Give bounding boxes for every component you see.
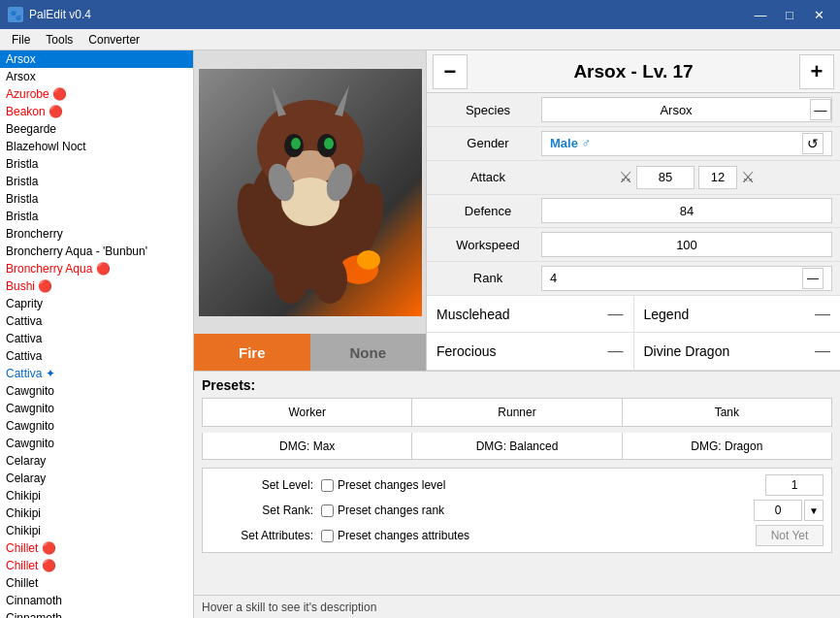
menu-converter[interactable]: Converter [81,31,147,49]
set-rank-label: Set Rank: [210,504,317,517]
skill-musclehead-name: Musclehead [436,307,510,322]
attack-icon-left: ⚔ [619,168,632,186]
sidebar-item-bristla-1[interactable]: Bristla [0,155,193,173]
menu-tools[interactable]: Tools [38,31,81,49]
sidebar-item-cawgnito-1[interactable]: Cawgnito [0,382,193,400]
sidebar-item-beegarde[interactable]: Beegarde [0,120,193,138]
sidebar-item-arsox-2[interactable]: Arsox [0,68,193,85]
sidebar-item-chillet-3[interactable]: Chillet [0,574,193,592]
set-attributes-checkbox[interactable] [321,530,334,542]
svg-point-15 [312,255,347,304]
sidebar-item-azurobe[interactable]: Azurobe 🔴 [0,85,193,103]
set-rank-check-label: Preset changes rank [338,504,444,517]
sidebar-item-cawgnito-3[interactable]: Cawgnito [0,417,193,435]
set-rank-dropdown-button[interactable]: ▼ [804,500,824,521]
sidebar-item-chikipi-1[interactable]: Chikipi [0,487,193,504]
sidebar-item-caprity[interactable]: Caprity [0,295,193,312]
set-level-input[interactable] [765,474,824,496]
skill-divine-dragon-remove-btn[interactable]: — [815,342,830,360]
rank-row: Rank 4 — [427,262,840,296]
sidebar-item-chikipi-3[interactable]: Chikipi [0,522,193,539]
set-level-checkbox[interactable] [321,479,334,492]
sidebar-item-cattiva-3[interactable]: Cattiva [0,347,193,365]
set-level-label: Set Level: [210,478,317,492]
sidebar-item-cawgnito-2[interactable]: Cawgnito [0,400,193,417]
sidebar-item-celaray-2[interactable]: Celaray [0,470,193,487]
set-attributes-check-label: Preset changes attributes [338,529,469,542]
stats-panel: − Arsox - Lv. 17 + Species Arsox — [427,50,840,371]
menu-bar: File Tools Converter [0,29,840,50]
sidebar-item-bristla-2[interactable]: Bristla [0,173,193,190]
rank-decrease-button[interactable]: — [802,268,824,289]
skill-musclehead-remove-btn[interactable]: — [608,306,624,323]
attack-row: Attack ⚔ ⚔ [427,161,840,195]
skill-cell-musclehead: Musclehead — [427,296,634,333]
close-button[interactable]: ✕ [805,4,832,25]
preset-dmg-buttons: DMG: Max DMG: Balanced DMG: Dragon [202,433,832,460]
skill-ferocious-remove-btn[interactable]: — [608,342,624,360]
workspeed-value: 100 [676,238,697,252]
svg-point-6 [324,138,334,149]
maximize-button[interactable]: □ [776,4,803,25]
preset-tank-button[interactable]: Tank [622,398,832,427]
sidebar-item-chillet-2[interactable]: Chillet 🔴 [0,557,193,574]
sidebar-item-bristla-4[interactable]: Bristla [0,208,193,225]
attack-value-inline: ⚔ ⚔ [541,166,832,189]
presets-section: Presets: Worker Runner Tank DMG: Max DMG… [194,371,840,595]
sidebar-item-bushi[interactable]: Bushi 🔴 [0,277,193,295]
sidebar: Arsox Arsox Azurobe 🔴 Beakon 🔴 Beegarde … [0,50,194,618]
sidebar-item-chillet-1[interactable]: Chillet 🔴 [0,539,193,557]
sidebar-item-beakon[interactable]: Beakon 🔴 [0,103,193,120]
set-rank-input[interactable] [754,500,802,521]
svg-point-5 [291,138,301,149]
preset-dmg-max-button[interactable]: DMG: Max [202,433,411,460]
preset-runner-button[interactable]: Runner [411,398,621,427]
skill-legend-remove-btn[interactable]: — [815,306,830,323]
sidebar-item-cinnamoth-1[interactable]: Cinnamoth [0,592,193,609]
sidebar-item-cattiva-1[interactable]: Cattiva [0,312,193,330]
app-icon: 🐾 [8,7,23,22]
menu-file[interactable]: File [4,31,38,49]
set-attributes-label: Set Attributes: [210,529,317,542]
attack-value1-input[interactable] [636,166,695,189]
svg-point-13 [357,250,380,270]
skill-cell-divine-dragon: Divine Dragon — [634,333,841,370]
preset-dmg-dragon-button[interactable]: DMG: Dragon [622,433,832,460]
sidebar-item-celaray-1[interactable]: Celaray [0,452,193,470]
skill-cell-legend: Legend — [634,296,841,333]
species-row: Species Arsox — [427,93,840,127]
set-rank-checkbox[interactable] [321,504,334,517]
species-value-box: Arsox — [541,97,832,122]
sidebar-item-cinnamoth-2[interactable]: Cinnamoth [0,609,193,618]
level-increase-button[interactable]: + [799,54,834,89]
sidebar-item-cattiva-4[interactable]: Cattiva ✦ [0,365,193,382]
set-attributes-input[interactable] [756,525,824,546]
sidebar-item-cattiva-2[interactable]: Cattiva [0,330,193,347]
pal-image-container [194,50,426,334]
minimize-button[interactable]: — [747,4,774,25]
attack-value2-input[interactable] [698,166,737,189]
status-bar: Hover a skill to see it's description [194,595,840,618]
gender-refresh-button[interactable]: ↺ [802,133,824,154]
preset-dmg-balanced-button[interactable]: DMG: Balanced [411,433,621,460]
preset-worker-button[interactable]: Worker [202,398,411,427]
sidebar-item-broncherry-aqua-bunbun[interactable]: Broncherry Aqua - 'Bunbun' [0,243,193,260]
sidebar-item-arsox-1[interactable]: Arsox [0,50,193,68]
sidebar-item-bristla-3[interactable]: Bristla [0,190,193,208]
attack-label: Attack [435,170,541,184]
sidebar-item-cawgnito-4[interactable]: Cawgnito [0,435,193,452]
species-decrease-button[interactable]: — [810,99,831,120]
rank-value: 4 [550,271,557,285]
sidebar-item-chikipi-2[interactable]: Chikipi [0,504,193,522]
gender-value-box: Male ♂ ↺ [541,131,832,156]
skill-divine-dragon-name: Divine Dragon [644,343,730,359]
preset-main-buttons: Worker Runner Tank [202,398,832,427]
sidebar-item-broncherry-aqua[interactable]: Broncherry Aqua 🔴 [0,260,193,277]
sidebar-item-broncherry-1[interactable]: Broncherry [0,225,193,243]
sidebar-item-blazehowl[interactable]: Blazehowl Noct [0,138,193,155]
type-badge-fire: Fire [194,334,310,371]
level-decrease-button[interactable]: − [433,54,468,89]
skill-cell-ferocious: Ferocious — [427,333,634,370]
preset-config: Set Level: Preset changes level Set Rank… [202,468,832,553]
title-bar: 🐾 PalEdit v0.4 — □ ✕ [0,0,840,29]
